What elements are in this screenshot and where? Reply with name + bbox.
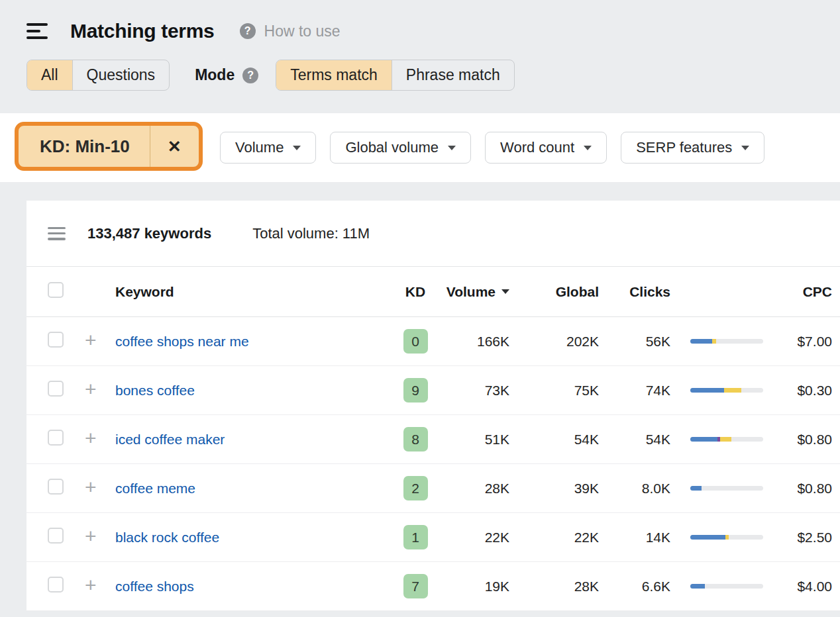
add-icon[interactable]: + xyxy=(85,479,97,495)
column-header-keyword[interactable]: Keyword xyxy=(115,284,392,300)
global-value: 22K xyxy=(509,530,599,546)
global-value: 39K xyxy=(509,481,599,497)
volume-value: 73K xyxy=(439,383,509,399)
cps-bar xyxy=(690,388,763,393)
select-all-checkbox[interactable] xyxy=(48,282,64,298)
tab-terms-match[interactable]: Terms match xyxy=(276,60,392,90)
volume-value: 22K xyxy=(439,530,509,546)
caret-down-icon xyxy=(741,146,749,150)
clicks-value: 8.0K xyxy=(599,481,670,497)
kd-badge: 7 xyxy=(403,574,428,598)
top-bar: Matching terms ? How to use xyxy=(0,0,840,42)
tabs-row: All Questions Mode ? Terms match Phrase … xyxy=(0,60,840,91)
kd-filter-annotation: KD: Min-10 ✕ xyxy=(15,122,203,171)
keyword-link[interactable]: coffee shops xyxy=(115,579,194,594)
cps-bar xyxy=(690,535,763,540)
mode-tab-group: Terms match Phrase match xyxy=(276,60,515,91)
kd-badge: 0 xyxy=(403,329,428,354)
column-header-kd[interactable]: KD xyxy=(392,284,439,300)
kd-filter-chip[interactable]: KD: Min-10 xyxy=(19,126,150,167)
cpc-value: $0.30 xyxy=(776,383,832,399)
cps-bar xyxy=(690,339,763,344)
cps-bar xyxy=(690,437,763,442)
keyword-link[interactable]: black rock coffee xyxy=(115,530,219,545)
caret-down-icon xyxy=(293,146,301,150)
cpc-value: $0.80 xyxy=(776,432,832,448)
filter-global-volume-label: Global volume xyxy=(345,139,439,156)
sidebar-menu-icon[interactable] xyxy=(26,23,48,39)
kd-filter-close-icon[interactable]: ✕ xyxy=(150,126,199,167)
column-header-cpc[interactable]: CPC xyxy=(776,284,832,300)
scope-tab-group: All Questions xyxy=(26,60,170,91)
column-header-global[interactable]: Global xyxy=(509,284,599,300)
caret-down-icon xyxy=(584,146,592,150)
kd-badge: 2 xyxy=(403,476,428,500)
row-checkbox[interactable] xyxy=(48,430,64,446)
add-icon[interactable]: + xyxy=(85,577,97,593)
filter-buttons: Volume Global volume Word count SERP fea… xyxy=(220,132,764,164)
filter-global-volume[interactable]: Global volume xyxy=(330,132,471,164)
volume-value: 28K xyxy=(439,481,509,497)
volume-value: 51K xyxy=(439,432,509,448)
tab-phrase-match[interactable]: Phrase match xyxy=(392,60,514,90)
global-value: 54K xyxy=(509,432,599,448)
column-header-clicks[interactable]: Clicks xyxy=(599,284,670,300)
clicks-value: 74K xyxy=(599,383,670,399)
filter-strip: Volume Global volume Word count SERP fea… xyxy=(0,113,840,182)
kd-badge: 9 xyxy=(403,378,428,403)
keyword-link[interactable]: coffee shops near me xyxy=(115,334,249,349)
results-card: 133,487 keywords Total volume: 11M Keywo… xyxy=(26,201,840,611)
cps-bar xyxy=(690,486,763,491)
kd-badge: 8 xyxy=(403,427,428,451)
row-checkbox[interactable] xyxy=(48,577,64,593)
table-row: + iced coffee maker 8 51K 54K 54K $0.80 xyxy=(26,415,840,464)
table-row: + coffee shops near me 0 166K 202K 56K $… xyxy=(26,317,840,366)
global-value: 75K xyxy=(509,383,599,399)
table-body: + coffee shops near me 0 166K 202K 56K $… xyxy=(26,317,840,611)
tab-all[interactable]: All xyxy=(27,60,72,90)
keyword-link[interactable]: iced coffee maker xyxy=(115,432,225,447)
row-checkbox[interactable] xyxy=(48,479,64,495)
global-value: 202K xyxy=(509,334,599,350)
filter-volume[interactable]: Volume xyxy=(220,132,316,164)
tab-questions[interactable]: Questions xyxy=(72,60,170,90)
table-row: + coffee shops 7 19K 28K 6.6K $4.00 xyxy=(26,562,840,611)
sort-caret-icon xyxy=(501,289,509,294)
table-row: + coffee meme 2 28K 39K 8.0K $0.80 xyxy=(26,464,840,513)
filter-volume-label: Volume xyxy=(235,139,284,156)
volume-header-label: Volume xyxy=(446,284,496,300)
mode-help-icon[interactable]: ? xyxy=(242,68,258,83)
filter-word-count-label: Word count xyxy=(500,139,574,156)
clicks-value: 56K xyxy=(599,334,670,350)
keyword-link[interactable]: bones coffee xyxy=(115,383,195,398)
cpc-value: $4.00 xyxy=(776,579,832,594)
add-icon[interactable]: + xyxy=(85,430,97,446)
cps-bar xyxy=(690,584,763,589)
column-header-volume[interactable]: Volume xyxy=(439,284,509,300)
help-icon[interactable]: ? xyxy=(240,23,256,39)
clicks-value: 6.6K xyxy=(599,579,670,594)
add-icon[interactable]: + xyxy=(85,332,97,348)
filter-serp-features[interactable]: SERP features xyxy=(621,132,764,164)
mode-label: Mode xyxy=(195,66,235,84)
clicks-value: 14K xyxy=(599,530,670,546)
list-options-icon[interactable] xyxy=(48,227,66,240)
global-value: 28K xyxy=(509,579,599,594)
how-to-use-link[interactable]: How to use xyxy=(264,23,341,40)
keyword-count: 133,487 keywords xyxy=(87,225,211,242)
table-row: + black rock coffee 1 22K 22K 14K $2.50 xyxy=(26,513,840,562)
table-row: + bones coffee 9 73K 75K 74K $0.30 xyxy=(26,366,840,415)
clicks-value: 54K xyxy=(599,432,670,448)
summary-row: 133,487 keywords Total volume: 11M xyxy=(26,201,840,267)
kd-badge: 1 xyxy=(403,525,428,549)
cpc-value: $2.50 xyxy=(776,530,832,546)
keyword-link[interactable]: coffee meme xyxy=(115,481,195,496)
volume-value: 19K xyxy=(439,579,509,594)
filter-word-count[interactable]: Word count xyxy=(485,132,607,164)
row-checkbox[interactable] xyxy=(48,332,64,348)
row-checkbox[interactable] xyxy=(48,381,64,397)
row-checkbox[interactable] xyxy=(48,528,64,544)
add-icon[interactable]: + xyxy=(85,381,97,397)
total-volume: Total volume: 11M xyxy=(252,225,370,242)
add-icon[interactable]: + xyxy=(85,528,97,544)
